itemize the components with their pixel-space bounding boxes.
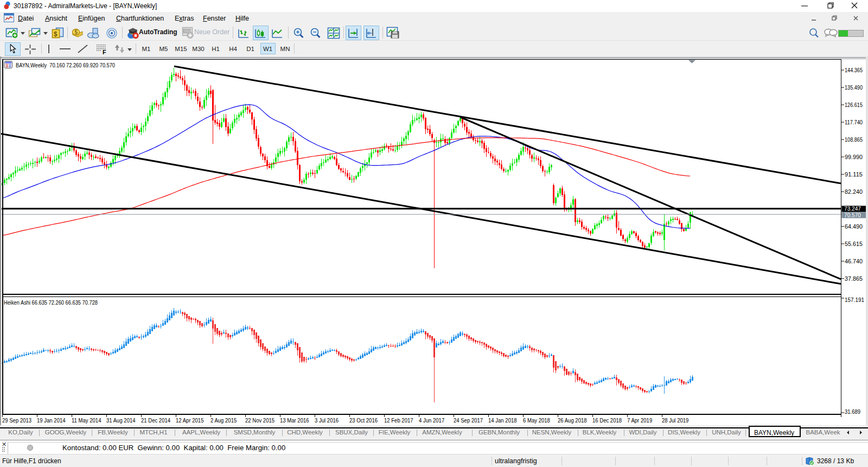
svg-text:144.365: 144.365 (845, 67, 863, 73)
svg-text:70.570: 70.570 (844, 212, 861, 218)
svg-text:21 Dec 2014: 21 Dec 2014 (141, 417, 170, 424)
svg-text:4 Jun 2017: 4 Jun 2017 (419, 417, 444, 424)
svg-text:6 May 2018: 6 May 2018 (523, 417, 550, 424)
svg-text:14 Jan 2018: 14 Jan 2018 (488, 417, 517, 424)
svg-text:7 Apr 2019: 7 Apr 2019 (627, 417, 652, 424)
svg-text:2 Aug 2015: 2 Aug 2015 (210, 417, 237, 424)
svg-text:29 Sep 2013: 29 Sep 2013 (2, 417, 31, 424)
svg-text:28 Jul 2019: 28 Jul 2019 (662, 417, 688, 424)
svg-text:31.689: 31.689 (845, 408, 860, 415)
svg-text:82.240: 82.240 (845, 188, 863, 195)
svg-text:12 Feb 2017: 12 Feb 2017 (384, 417, 413, 424)
svg-text:3 Jul 2016: 3 Jul 2016 (315, 417, 339, 424)
svg-text:12 Apr 2015: 12 Apr 2015 (176, 417, 204, 424)
svg-text:F: F (103, 49, 106, 55)
svg-text:46.740: 46.740 (845, 258, 863, 264)
svg-text:37.865: 37.865 (845, 275, 863, 282)
svg-text:16 Dec 2018: 16 Dec 2018 (592, 417, 622, 424)
svg-text:117.740: 117.740 (845, 119, 863, 125)
svg-text:108.865: 108.865 (845, 136, 863, 143)
svg-text:Heiken Ashi 66.635 72.260 66.6: Heiken Ashi 66.635 72.260 66.635 70.728 (4, 299, 98, 306)
svg-text:BAYN,Weekly 70.160 72.260 69.: BAYN,Weekly 70.160 72.260 69.920 70.570 (16, 62, 115, 68)
svg-text:91.115: 91.115 (845, 171, 863, 178)
svg-text:73.247: 73.247 (844, 205, 861, 212)
svg-text:126.615: 126.615 (845, 102, 863, 108)
svg-text:23 Oct 2016: 23 Oct 2016 (349, 417, 378, 424)
svg-text:64.490: 64.490 (845, 223, 863, 230)
svg-text:11 May 2014: 11 May 2014 (72, 417, 101, 424)
svg-text:135.490: 135.490 (845, 84, 863, 91)
svg-text:5: 5 (75, 29, 78, 35)
svg-text:31 Aug 2014: 31 Aug 2014 (106, 417, 136, 424)
svg-text:19 Jan 2014: 19 Jan 2014 (37, 417, 66, 424)
svg-text:26 Aug 2018: 26 Aug 2018 (558, 417, 587, 424)
svg-text:22 Nov 2015: 22 Nov 2015 (245, 417, 275, 424)
svg-text:157.191: 157.191 (845, 296, 864, 303)
svg-text:24 Sep 2017: 24 Sep 2017 (454, 417, 483, 424)
svg-text:$: $ (54, 30, 58, 38)
svg-text:99.990: 99.990 (845, 154, 863, 160)
svg-text:13 Mar 2016: 13 Mar 2016 (280, 417, 309, 424)
svg-text:55.615: 55.615 (845, 241, 863, 247)
